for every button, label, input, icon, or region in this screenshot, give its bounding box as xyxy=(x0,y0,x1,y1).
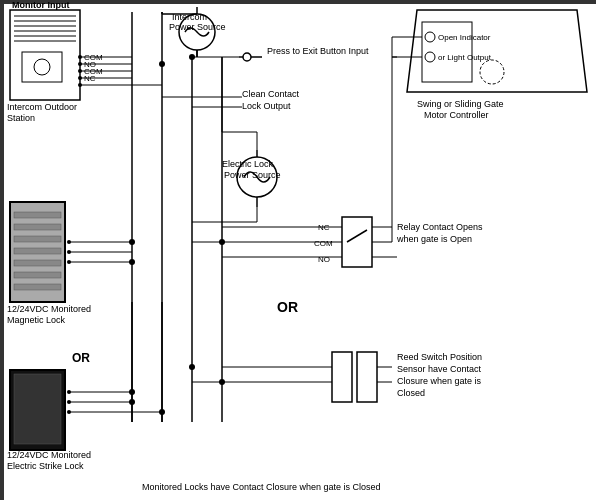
svg-point-128 xyxy=(219,379,225,385)
svg-text:Relay Contact Opens: Relay Contact Opens xyxy=(397,222,483,232)
svg-text:Lock Output: Lock Output xyxy=(242,101,291,111)
svg-text:OR: OR xyxy=(72,351,90,365)
svg-rect-71 xyxy=(14,374,61,444)
svg-rect-58 xyxy=(14,260,61,266)
svg-text:Electric Lock: Electric Lock xyxy=(222,159,274,169)
wiring-diagram: COM NO COM NC Monitor Input Intercom Out… xyxy=(0,0,596,500)
svg-rect-57 xyxy=(14,248,61,254)
svg-text:when gate is Open: when gate is Open xyxy=(396,234,472,244)
svg-rect-56 xyxy=(14,236,61,242)
svg-text:Electric Strike Lock: Electric Strike Lock xyxy=(7,461,84,471)
svg-point-140 xyxy=(129,399,135,405)
svg-text:Swing or Sliding Gate: Swing or Sliding Gate xyxy=(417,99,504,109)
svg-text:12/24VDC Monitored: 12/24VDC Monitored xyxy=(7,450,91,460)
svg-text:12/24VDC Monitored: 12/24VDC Monitored xyxy=(7,304,91,314)
svg-text:Clean Contact: Clean Contact xyxy=(242,89,300,99)
svg-point-126 xyxy=(219,239,225,245)
svg-rect-59 xyxy=(14,272,61,278)
svg-text:Intercom Outdoor: Intercom Outdoor xyxy=(7,102,77,112)
svg-point-125 xyxy=(189,54,195,60)
svg-text:Sensor have Contact: Sensor have Contact xyxy=(397,364,482,374)
svg-point-124 xyxy=(159,61,165,67)
svg-text:Reed Switch Position: Reed Switch Position xyxy=(397,352,482,362)
svg-text:Motor Controller: Motor Controller xyxy=(424,110,489,120)
svg-text:Closed: Closed xyxy=(397,388,425,398)
svg-text:NO: NO xyxy=(318,255,330,264)
svg-text:Closure when gate is: Closure when gate is xyxy=(397,376,482,386)
svg-point-127 xyxy=(189,364,195,370)
svg-rect-60 xyxy=(14,284,61,290)
svg-rect-54 xyxy=(14,212,61,218)
svg-text:Monitored Locks have Contact C: Monitored Locks have Contact Closure whe… xyxy=(142,482,381,492)
svg-text:Press to Exit Button Input: Press to Exit Button Input xyxy=(267,46,369,56)
svg-text:or Light Output: or Light Output xyxy=(438,53,492,62)
svg-point-141 xyxy=(159,409,165,415)
svg-text:OR: OR xyxy=(277,299,298,315)
svg-text:Monitor Input: Monitor Input xyxy=(12,2,69,10)
svg-text:Power Source: Power Source xyxy=(169,22,226,32)
svg-text:Station: Station xyxy=(7,113,35,123)
svg-text:Open Indicator: Open Indicator xyxy=(438,33,491,42)
svg-rect-55 xyxy=(14,224,61,230)
svg-point-138 xyxy=(129,259,135,265)
svg-text:Magnetic Lock: Magnetic Lock xyxy=(7,315,66,325)
svg-text:COM: COM xyxy=(314,239,333,248)
svg-text:Power Source: Power Source xyxy=(224,170,281,180)
svg-point-137 xyxy=(129,239,135,245)
svg-point-139 xyxy=(129,389,135,395)
